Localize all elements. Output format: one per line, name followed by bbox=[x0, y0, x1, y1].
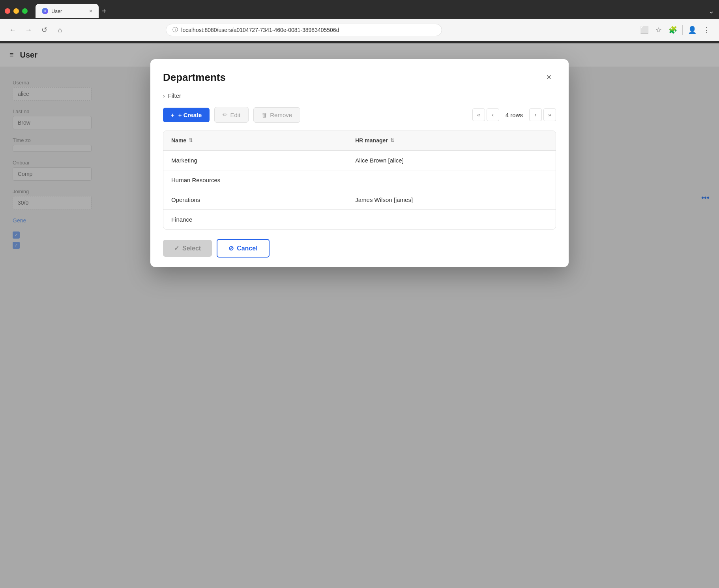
tab-favicon: U bbox=[42, 8, 48, 14]
hr-manager-cell: Alice Brown [alice] bbox=[347, 150, 556, 170]
nav-actions: ⬜ ☆ 🧩 👤 ⋮ bbox=[638, 24, 713, 36]
modal-header: Departments × bbox=[150, 59, 569, 92]
table-row[interactable]: MarketingAlice Brown [alice] bbox=[163, 150, 556, 170]
address-text: localhost:8080/users/a0104727-7341-460e-… bbox=[181, 27, 435, 33]
new-tab-button[interactable]: + bbox=[102, 7, 107, 16]
table-row[interactable]: OperationsJames Wilson [james] bbox=[163, 190, 556, 210]
address-bar[interactable]: ⓘ localhost:8080/users/a0104727-7341-460… bbox=[166, 24, 442, 36]
hr-manager-sort: HR manager ⇅ bbox=[355, 137, 394, 144]
tab-close-button[interactable]: × bbox=[89, 8, 92, 14]
rows-count: 4 rows bbox=[501, 112, 528, 118]
remove-button[interactable]: 🗑 Remove bbox=[253, 107, 300, 123]
first-page-button[interactable]: « bbox=[472, 108, 485, 121]
menu-button[interactable]: ⋮ bbox=[700, 24, 713, 36]
create-button[interactable]: + + Create bbox=[163, 108, 210, 122]
modal-title: Departments bbox=[163, 71, 226, 84]
create-label: + Create bbox=[177, 112, 202, 118]
modal-footer: ✓ Select ⊘ Cancel bbox=[150, 230, 569, 267]
back-button[interactable]: ← bbox=[6, 24, 19, 36]
check-icon: ✓ bbox=[174, 245, 179, 252]
filter-section: › Filter bbox=[150, 92, 569, 107]
department-name-cell: Human Resources bbox=[163, 170, 347, 190]
tab-title: User bbox=[51, 8, 86, 14]
browser-chrome: U User × + ⌄ ← → ↺ ⌂ ⓘ localhost:8080/us… bbox=[0, 0, 719, 43]
trash-icon: 🗑 bbox=[262, 112, 268, 118]
profile-button[interactable]: 👤 bbox=[686, 24, 698, 36]
remove-label: Remove bbox=[270, 112, 292, 118]
next-page-button[interactable]: › bbox=[529, 108, 542, 121]
cancel-icon: ⊘ bbox=[228, 245, 234, 252]
tab-menu-button[interactable]: ⌄ bbox=[708, 7, 714, 15]
modal-close-button[interactable]: × bbox=[542, 70, 556, 84]
app-content: ≡ User Userna alice Last na Brow Time zo… bbox=[0, 43, 719, 588]
nav-bar: ← → ↺ ⌂ ⓘ localhost:8080/users/a0104727-… bbox=[0, 19, 719, 41]
edit-label: Edit bbox=[230, 112, 240, 118]
departments-table-container: Name ⇅ HR manager ⇅ bbox=[163, 131, 556, 230]
name-sort-icon: ⇅ bbox=[189, 138, 193, 143]
modal-departments: Departments × › Filter + + Create ✏ Edit bbox=[150, 59, 569, 267]
department-name-cell: Marketing bbox=[163, 150, 347, 170]
reload-button[interactable]: ↺ bbox=[38, 24, 51, 36]
department-name-cell: Finance bbox=[163, 210, 347, 230]
extensions-button[interactable]: 🧩 bbox=[667, 24, 679, 36]
edit-icon: ✏ bbox=[223, 111, 228, 118]
filter-label: Filter bbox=[168, 92, 181, 99]
filter-chevron-icon: › bbox=[163, 93, 165, 99]
name-label: Name bbox=[171, 137, 186, 144]
cancel-label: Cancel bbox=[237, 245, 257, 252]
select-label: Select bbox=[182, 245, 201, 252]
edit-button[interactable]: ✏ Edit bbox=[214, 107, 249, 123]
bookmark-button[interactable]: ☆ bbox=[652, 24, 665, 36]
tab-bar: U User × + ⌄ bbox=[0, 0, 719, 19]
close-window-button[interactable] bbox=[5, 8, 10, 14]
prev-page-button[interactable]: ‹ bbox=[487, 108, 499, 121]
name-column-header[interactable]: Name ⇅ bbox=[163, 131, 347, 150]
pagination: « ‹ 4 rows › » bbox=[472, 108, 556, 121]
active-tab[interactable]: U User × bbox=[36, 4, 99, 18]
table-row[interactable]: Finance bbox=[163, 210, 556, 230]
filter-toggle[interactable]: › Filter bbox=[163, 92, 556, 99]
name-sort: Name ⇅ bbox=[171, 137, 193, 144]
last-page-button[interactable]: » bbox=[543, 108, 556, 121]
maximize-window-button[interactable] bbox=[22, 8, 28, 14]
traffic-lights bbox=[5, 8, 28, 14]
table-body: MarketingAlice Brown [alice]Human Resour… bbox=[163, 150, 556, 229]
nav-separator bbox=[682, 25, 683, 35]
hr-manager-cell: James Wilson [james] bbox=[347, 190, 556, 210]
table-row[interactable]: Human Resources bbox=[163, 170, 556, 190]
table-header-row: Name ⇅ HR manager ⇅ bbox=[163, 131, 556, 150]
minimize-window-button[interactable] bbox=[13, 8, 19, 14]
security-icon: ⓘ bbox=[172, 26, 178, 34]
modal-toolbar: + + Create ✏ Edit 🗑 Remove « ‹ 4 rows › … bbox=[150, 107, 569, 131]
hr-manager-label: HR manager bbox=[355, 137, 388, 144]
hr-manager-cell bbox=[347, 210, 556, 230]
hr-manager-column-header[interactable]: HR manager ⇅ bbox=[347, 131, 556, 150]
select-button[interactable]: ✓ Select bbox=[163, 240, 212, 257]
screenshot-button[interactable]: ⬜ bbox=[638, 24, 651, 36]
cancel-button[interactable]: ⊘ Cancel bbox=[217, 239, 269, 258]
create-icon: + bbox=[171, 112, 174, 118]
home-button[interactable]: ⌂ bbox=[54, 24, 66, 36]
modal-overlay: Departments × › Filter + + Create ✏ Edit bbox=[0, 43, 719, 588]
departments-table: Name ⇅ HR manager ⇅ bbox=[163, 131, 556, 229]
hr-manager-sort-icon: ⇅ bbox=[390, 138, 394, 143]
hr-manager-cell bbox=[347, 170, 556, 190]
forward-button[interactable]: → bbox=[22, 24, 35, 36]
department-name-cell: Operations bbox=[163, 190, 347, 210]
